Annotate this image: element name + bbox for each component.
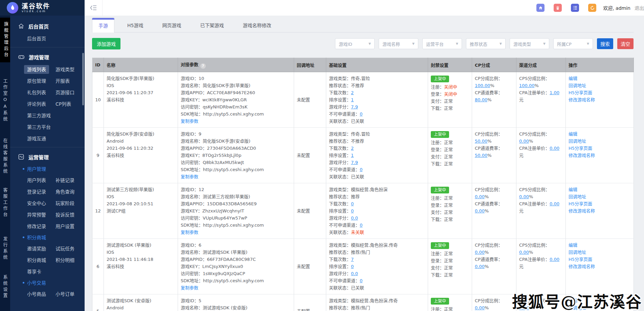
op-link[interactable]: 修改游戏名称 (569, 208, 595, 213)
value-link[interactable]: 50.00 (475, 139, 487, 144)
menu-item[interactable]: 积分商城 (27, 256, 55, 263)
menu-fold-icon[interactable] (90, 5, 97, 11)
op-link[interactable]: H5分享页面 (569, 201, 592, 206)
value-link[interactable]: 1 (351, 153, 354, 158)
tab-H5游戏[interactable]: H5游戏 (121, 18, 149, 32)
add-game-button[interactable]: 添加游戏 (92, 38, 120, 49)
op-link[interactable]: 修改游戏名称 (569, 97, 595, 102)
logout-link[interactable]: 退出 (635, 4, 644, 11)
tab-网页游戏[interactable]: 网页游戏 (156, 18, 187, 32)
value-link[interactable]: 50.00 (475, 153, 487, 158)
value-link[interactable]: 80.00 (475, 97, 487, 102)
help-icon[interactable]: ? (200, 63, 206, 69)
copy-params-link[interactable]: 复制参数 (181, 119, 198, 124)
menu-item[interactable]: 用户列表 (27, 177, 55, 183)
menu-section-header[interactable]: 后台首页 (10, 20, 85, 33)
menu-item[interactable]: 评论列表 (27, 100, 55, 107)
value-link[interactable]: 0.00 (475, 208, 485, 213)
menu-item[interactable]: 小号订单 (55, 290, 84, 297)
menu-section-header[interactable]: 游戏管理 (10, 50, 85, 63)
menu-item[interactable]: 安全中心 (27, 200, 55, 206)
menu-category-item[interactable]: 用户管理 (10, 163, 85, 174)
value-link[interactable]: 0.00 (550, 257, 559, 262)
status-badge[interactable]: 上架中 (431, 242, 449, 249)
menu-item[interactable]: 积分明细 (55, 256, 84, 263)
menu-item[interactable]: 游戏列表 (27, 66, 55, 72)
menu-item[interactable]: 礼包列表 (27, 89, 55, 96)
filter-select[interactable]: 游戏名称▼ (379, 38, 418, 49)
value-link[interactable]: 0.00 (475, 194, 485, 199)
value-link[interactable]: 0 (351, 201, 354, 206)
strip-item[interactable]: 工作室OA系统 (2, 79, 8, 123)
status-badge[interactable]: 上架中 (431, 298, 449, 305)
menu-item[interactable]: 原包管理 (27, 77, 55, 84)
value-link[interactable]: 0.00 (475, 250, 485, 255)
value-link[interactable]: 7.00 (519, 305, 529, 310)
menu-item[interactable]: 游戏互通 (27, 135, 55, 142)
op-link[interactable]: 编辑 (569, 298, 577, 303)
menu-item[interactable]: 角色查询 (55, 188, 84, 195)
filter-select[interactable]: 所属CP▼ (553, 38, 593, 49)
menu-section-header[interactable]: 运营管理 (10, 150, 85, 163)
menu-item[interactable]: 登录记录 (27, 188, 55, 195)
value-link[interactable]: 2 (351, 146, 354, 151)
strip-item[interactable]: 客服工作台 (2, 188, 8, 218)
value-link[interactable]: 7.9 (351, 160, 358, 165)
filter-select[interactable]: 游戏ID▼ (335, 38, 375, 49)
clear-button[interactable]: 清空 (617, 38, 634, 49)
filter-select[interactable]: 运营平台▼ (422, 38, 462, 49)
value-link[interactable]: 0 (360, 278, 362, 283)
menu-item[interactable]: 试玩任务 (55, 245, 84, 252)
op-link[interactable]: 回调地址 (569, 250, 586, 255)
menu-item[interactable]: 用户设置 (55, 223, 84, 229)
copy-params-link[interactable]: 复制参数 (181, 174, 198, 179)
tab-手游[interactable]: 手游 (92, 18, 114, 33)
value-link[interactable]: 0.00 (519, 250, 529, 255)
menu-item[interactable]: 后台首页 (27, 35, 55, 42)
home-icon[interactable] (536, 4, 545, 12)
menu-item[interactable]: 小号商品 (27, 290, 55, 297)
value-link[interactable]: 0 (351, 264, 354, 269)
op-link[interactable]: H5分享页面 (569, 257, 592, 262)
menu-item[interactable]: 投诉反馈 (55, 211, 84, 218)
refresh-icon[interactable] (588, 4, 596, 12)
tab-已下架游戏[interactable]: 已下架游戏 (194, 18, 230, 32)
op-link[interactable]: H5分享页面 (569, 146, 592, 151)
status-badge[interactable]: 上架中 (431, 76, 449, 82)
tab-游戏名称修改[interactable]: 游戏名称修改 (237, 18, 277, 32)
menu-item[interactable]: 页游接口 (55, 89, 84, 96)
value-link[interactable]: 0 (360, 111, 362, 117)
menu-item[interactable]: 游戏类型 (55, 66, 84, 72)
value-link[interactable]: 100.00 (519, 83, 535, 88)
value-link[interactable]: 7.9 (351, 104, 358, 109)
value-link[interactable]: 2 (351, 90, 354, 95)
value-link[interactable]: 0 (351, 208, 354, 213)
value-link[interactable]: 0 (360, 167, 362, 172)
op-link[interactable]: 编辑 (569, 243, 577, 248)
menu-item[interactable]: 邀请奖励 (27, 245, 55, 252)
op-link[interactable]: 回调地址 (569, 194, 586, 199)
menu-item[interactable]: 异常预警 (27, 211, 55, 218)
menu-category-item[interactable]: 积分商城 (10, 232, 85, 243)
op-link[interactable]: 回调地址 (569, 305, 586, 310)
op-link[interactable]: 修改游戏名称 (569, 153, 595, 158)
value-link[interactable]: 0.00 (475, 305, 485, 310)
value-link[interactable]: 1.00 (550, 90, 559, 95)
status-badge[interactable]: 上架中 (431, 187, 449, 193)
op-link[interactable]: 编辑 (569, 131, 577, 137)
trash-icon[interactable] (554, 4, 562, 12)
sidebar-scrollbar[interactable] (82, 53, 84, 105)
copy-params-link[interactable]: 复制参数 (181, 230, 198, 235)
value-link[interactable]: 0.0 (351, 215, 358, 221)
op-link[interactable]: 编辑 (569, 187, 577, 192)
list-icon[interactable] (571, 4, 579, 12)
menu-item[interactable]: 开服表 (55, 77, 84, 84)
menu-item[interactable]: 尊享卡 (27, 268, 55, 275)
value-link[interactable]: 7 (351, 257, 354, 262)
strip-item[interactable]: 在线客服系统 (2, 138, 8, 175)
value-link[interactable]: 1 (351, 97, 354, 102)
menu-item[interactable]: CP列表 (55, 100, 84, 107)
menu-item[interactable]: 玩家阶段 (55, 200, 84, 206)
copy-params-link[interactable]: 复制参数 (181, 285, 198, 290)
menu-category-item[interactable]: 小号交易 (10, 277, 85, 288)
